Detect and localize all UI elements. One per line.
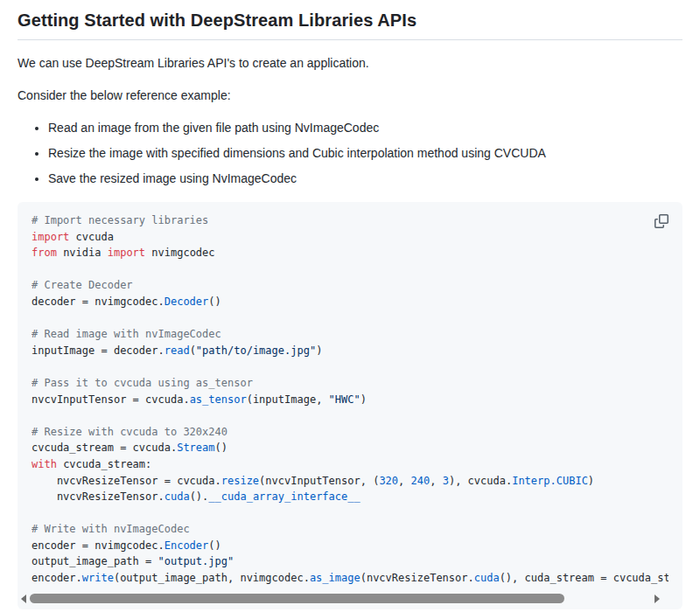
code-line: encoder.write(output_image_path, nvimgco… bbox=[32, 570, 668, 587]
h-scrollbar-track[interactable] bbox=[30, 594, 651, 603]
h-scrollbar-thumb[interactable] bbox=[30, 594, 564, 603]
code-line: import cvcuda bbox=[32, 229, 668, 246]
code-block: # Import necessary librariesimport cvcud… bbox=[18, 202, 682, 609]
code-line: nvcvResizeTensor.cuda().__cuda_array_int… bbox=[32, 489, 668, 505]
code-line: # Read image with nvImageCodec bbox=[32, 326, 668, 343]
code-line: # Pass it to cvcuda using as_tensor bbox=[32, 375, 668, 392]
code-line: nvcvInputTensor = cvcuda.as_tensor(input… bbox=[32, 392, 668, 408]
code-line: # Resize with cvcuda to 320x240 bbox=[32, 424, 668, 441]
code-line bbox=[32, 310, 668, 327]
page-title: Getting Started with DeepStream Librarie… bbox=[18, 10, 682, 40]
code-line: # Write with nvImageCodec bbox=[32, 521, 668, 538]
bullet-item: Read an image from the given file path u… bbox=[48, 119, 682, 137]
doc-page: Getting Started with DeepStream Librarie… bbox=[0, 0, 700, 612]
code-line: with cvcuda_stream: bbox=[32, 456, 668, 473]
code-line: # Create Decoder bbox=[32, 277, 668, 294]
code-line: cvcuda_stream = cvcuda.Stream() bbox=[32, 440, 668, 456]
code-line: # Import necessary libraries bbox=[32, 212, 668, 229]
bullet-list: Read an image from the given file path u… bbox=[18, 119, 682, 188]
horizontal-scrollbar bbox=[21, 593, 660, 604]
copy-icon bbox=[654, 214, 668, 228]
code-line bbox=[32, 505, 668, 522]
code-line: output_image_path = "output.jpg" bbox=[32, 553, 668, 570]
code-line bbox=[32, 358, 668, 375]
code-line: encoder = nvimgcodec.Encoder() bbox=[32, 538, 668, 554]
bullet-item: Save the resized image using NvImageCode… bbox=[48, 170, 682, 188]
code-content: # Import necessary librariesimport cvcud… bbox=[32, 212, 668, 588]
bullet-item: Resize the image with specified dimensio… bbox=[48, 144, 682, 163]
code-line: decoder = nvimgcodec.Decoder() bbox=[32, 294, 668, 310]
code-line bbox=[32, 261, 668, 278]
code-line: from nvidia import nvimgcodec bbox=[32, 245, 668, 261]
code-line bbox=[32, 407, 668, 424]
scroll-right-arrow-icon[interactable] bbox=[654, 595, 660, 603]
scroll-left-arrow-icon[interactable] bbox=[21, 595, 26, 603]
intro-paragraph: We can use DeepStream Libraries API's to… bbox=[18, 54, 682, 73]
code-line: nvcvResizeTensor = cvcuda.resize(nvcvInp… bbox=[32, 473, 668, 490]
code-line: inputImage = decoder.read("path/to/image… bbox=[32, 343, 668, 359]
copy-code-button[interactable] bbox=[649, 209, 674, 233]
lead-paragraph: Consider the below reference example: bbox=[18, 87, 682, 105]
